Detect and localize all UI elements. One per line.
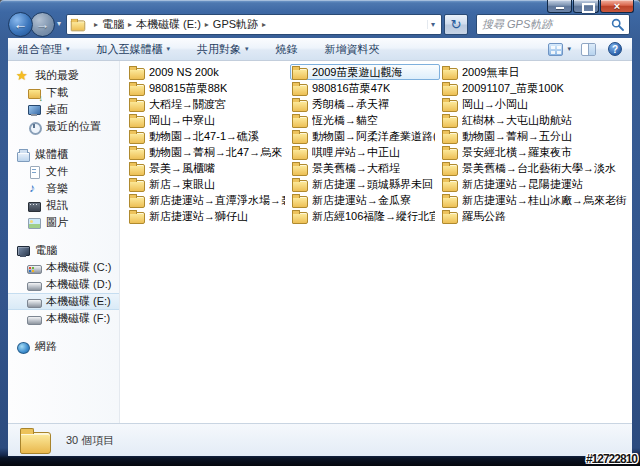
breadcrumb-segment[interactable]: ▸ 本機磁碟 (E:) bbox=[124, 17, 201, 32]
sidebar-item[interactable]: 下載 bbox=[8, 84, 119, 101]
breadcrumb-segment[interactable]: ▸ GPS軌跡 bbox=[201, 17, 258, 32]
recent-pages-dropdown[interactable]: ▾ bbox=[57, 19, 61, 28]
command-bar: 組合管理 ▾ 加入至媒體櫃 ▾ 共用對象 ▾ 燒錄 bbox=[8, 38, 632, 61]
folder-icon bbox=[442, 146, 458, 159]
sidebar-item-label: 我的最愛 bbox=[35, 68, 79, 83]
file-item[interactable]: 岡山→小岡山 bbox=[440, 96, 632, 112]
file-item[interactable]: 秀朗橋→承天禪 bbox=[290, 96, 440, 112]
back-arrow-icon: ← bbox=[9, 13, 32, 36]
folder-icon bbox=[129, 146, 145, 159]
chevron-right-icon: ▸ bbox=[201, 20, 213, 29]
file-item[interactable]: 新店→東眼山 bbox=[127, 176, 290, 192]
file-item[interactable]: 景安經北橫→羅東夜市 bbox=[440, 144, 632, 160]
sidebar-item[interactable]: 文件 bbox=[8, 163, 119, 180]
sidebar-item[interactable]: 音樂 bbox=[8, 180, 119, 197]
sidebar-item[interactable]: 視訊 bbox=[8, 197, 119, 214]
change-view-button[interactable] bbox=[548, 43, 563, 56]
sidebar-item[interactable]: 桌面 bbox=[8, 101, 119, 118]
sidebar-item-label: 桌面 bbox=[46, 102, 68, 117]
folder-icon bbox=[292, 114, 308, 127]
toolbar-button[interactable]: 加入至媒體櫃 ▾ bbox=[97, 42, 171, 57]
change-view-dropdown-icon[interactable]: ▾ bbox=[567, 45, 571, 53]
file-item[interactable]: 2009無車日 bbox=[440, 64, 632, 80]
toolbar-button[interactable]: 燒錄 bbox=[276, 42, 298, 57]
sidebar-item-icon bbox=[16, 148, 30, 162]
breadcrumb-segment[interactable]: ▸ 電腦 bbox=[90, 17, 124, 32]
file-item[interactable]: 980816苗栗47K bbox=[290, 80, 440, 96]
file-item-label: 岡山→小岡山 bbox=[462, 97, 528, 112]
file-item[interactable]: 新店捷運→頭城縣界未回 bbox=[290, 176, 440, 192]
breadcrumb-label[interactable]: GPS軌跡 bbox=[213, 17, 258, 32]
folder-icon bbox=[292, 210, 308, 223]
folder-icon bbox=[442, 194, 458, 207]
maximize-button[interactable] bbox=[573, 0, 599, 13]
search-placeholder: 搜尋 GPS軌跡 bbox=[482, 17, 611, 32]
sidebar-item[interactable]: 本機磁碟 (D:) bbox=[8, 276, 119, 293]
sidebar-item-label: 下載 bbox=[46, 85, 68, 100]
sidebar-item[interactable]: 圖片 bbox=[8, 214, 119, 231]
file-item[interactable]: 景美舊橋→大稻埕 bbox=[290, 160, 440, 176]
file-column: 2009 NS 200k 980815苗栗88K 大稻埕→關渡宮 bbox=[127, 64, 290, 423]
file-item[interactable]: 980815苗栗88K bbox=[127, 80, 290, 96]
address-dropdown-icon[interactable]: ▾ bbox=[427, 20, 438, 29]
minimize-button[interactable] bbox=[547, 0, 572, 13]
close-button[interactable]: × bbox=[600, 0, 634, 13]
file-item[interactable]: 羅馬公路 bbox=[440, 208, 632, 224]
toolbar-button[interactable]: 新增資料夾 bbox=[325, 42, 380, 57]
file-item[interactable]: 唭哩岸站→中正山 bbox=[290, 144, 440, 160]
sidebar-item-icon bbox=[16, 69, 30, 83]
file-item[interactable]: 新店捷運站→桂山冰廠→烏來老街 bbox=[440, 192, 632, 208]
sidebar-item[interactable]: 本機磁碟 (F:) bbox=[8, 310, 119, 327]
file-item[interactable]: 新店捷運站→直潭淨水場→碧潭 bbox=[127, 192, 290, 208]
file-item[interactable]: 20091107_苗栗100K bbox=[440, 80, 632, 96]
file-item[interactable]: 新店捷運站→昆陽捷運站 bbox=[440, 176, 632, 192]
sidebar-item-icon bbox=[27, 165, 41, 179]
file-item[interactable]: 2009苗栗遊山觀海 bbox=[290, 64, 440, 80]
refresh-button[interactable]: ↻ bbox=[444, 14, 468, 35]
sidebar-item[interactable]: 媒體櫃 bbox=[8, 146, 119, 163]
sidebar-item[interactable]: 本機磁碟 (E:) bbox=[8, 293, 119, 310]
file-item-label: 新店捷運→頭城縣界未回 bbox=[312, 177, 433, 192]
sidebar-item[interactable]: 電腦 bbox=[8, 242, 119, 259]
file-item[interactable]: 大稻埕→關渡宮 bbox=[127, 96, 290, 112]
sidebar-item-label: 網路 bbox=[35, 339, 57, 354]
file-item[interactable]: 新店經106福隆→縱行北宜公路回台北 bbox=[290, 208, 440, 224]
file-item[interactable]: 景美舊橋→台北藝術大學→淡水 bbox=[440, 160, 632, 176]
file-item[interactable]: 岡山→中寮山 bbox=[127, 112, 290, 128]
folder-icon bbox=[129, 98, 145, 111]
file-item[interactable]: 動物園→北47-1→礁溪 bbox=[127, 128, 290, 144]
sidebar-item[interactable]: 本機磁碟 (C:) bbox=[8, 259, 119, 276]
sidebar-item[interactable]: 網路 bbox=[8, 338, 119, 355]
sidebar-item[interactable]: 最近的位置 bbox=[8, 118, 119, 135]
toolbar-button-label: 燒錄 bbox=[276, 42, 298, 57]
breadcrumb-label[interactable]: 電腦 bbox=[102, 17, 124, 32]
file-item[interactable]: 新店捷運站→金瓜寮 bbox=[290, 192, 440, 208]
file-item[interactable]: 動物園→菁桐→北47→烏來 bbox=[127, 144, 290, 160]
file-item[interactable]: 2009 NS 200k bbox=[127, 64, 290, 80]
folder-icon bbox=[292, 194, 308, 207]
back-button[interactable]: ← bbox=[8, 12, 33, 37]
file-item[interactable]: 新店捷運站→獅仔山 bbox=[127, 208, 290, 224]
file-item[interactable]: 動物園→阿柔洋產業道路(順) bbox=[290, 128, 440, 144]
file-item[interactable]: 動物園→菁桐→五分山 bbox=[440, 128, 632, 144]
file-item-label: 動物園→菁桐→北47→烏來 bbox=[149, 145, 282, 160]
preview-pane-button[interactable] bbox=[581, 43, 596, 56]
search-input[interactable]: 搜尋 GPS軌跡 bbox=[476, 14, 630, 35]
file-item-label: 20091107_苗栗100K bbox=[462, 81, 564, 96]
file-item[interactable]: 景美→風櫃嘴 bbox=[127, 160, 290, 176]
forward-button[interactable]: → bbox=[30, 12, 55, 37]
toolbar-button[interactable]: 共用對象 ▾ bbox=[197, 42, 249, 57]
file-item[interactable]: 恆光橋→貓空 bbox=[290, 112, 440, 128]
breadcrumb-label[interactable]: 本機磁碟 (E:) bbox=[136, 17, 201, 32]
file-item-label: 景安經北橫→羅東夜市 bbox=[462, 145, 572, 160]
folder-icon bbox=[442, 66, 458, 79]
file-item[interactable]: 紅樹林→大屯山助航站 bbox=[440, 112, 632, 128]
address-bar[interactable]: ▸ 電腦 ▸ 本機磁碟 (E:) ▸ GPS軌跡 ▸ ▾ bbox=[66, 14, 442, 35]
toolbar-button[interactable]: 組合管理 ▾ bbox=[18, 42, 70, 57]
sidebar-item-label: 視訊 bbox=[46, 198, 68, 213]
folder-icon bbox=[129, 130, 145, 143]
folder-icon bbox=[442, 98, 458, 111]
sidebar-item[interactable]: 我的最愛 bbox=[8, 67, 119, 84]
sidebar-item-label: 文件 bbox=[46, 164, 68, 179]
help-button[interactable]: ? bbox=[608, 42, 622, 56]
